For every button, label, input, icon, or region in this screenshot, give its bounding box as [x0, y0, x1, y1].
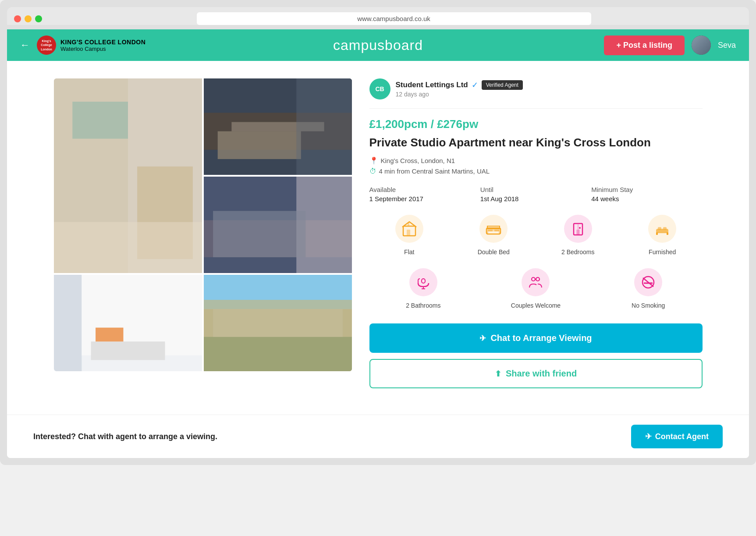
location-text: King's Cross, London, N1 — [381, 157, 455, 164]
feature-flat-label: Flat — [404, 248, 414, 256]
agent-info: Student Lettings Ltd ✓ Verified Agent 12… — [396, 80, 703, 98]
bedrooms-icon-circle — [564, 215, 592, 243]
svg-rect-4 — [54, 222, 202, 273]
school-text: KING'S COLLEGE LONDON Waterloo Campus — [60, 39, 146, 52]
school-info[interactable]: King'sCollegeLondon KING'S COLLEGE LONDO… — [37, 35, 146, 55]
agent-row: CB Student Lettings Ltd ✓ Verified Agent… — [369, 78, 703, 99]
avail-min-stay-value: 44 weeks — [591, 195, 702, 202]
svg-rect-42 — [667, 232, 668, 235]
photo-grid — [54, 78, 352, 388]
features-row1: Flat — [369, 215, 703, 256]
feature-double-bed-label: Double Bed — [478, 248, 510, 256]
bathrooms-icon-circle — [409, 268, 437, 296]
school-campus: Waterloo Campus — [60, 46, 146, 52]
agent-time: 12 days ago — [396, 91, 703, 98]
furnished-icon-circle — [648, 215, 676, 243]
svg-point-46 — [532, 277, 535, 281]
contact-agent-button[interactable]: ✈ Contact Agent — [631, 425, 723, 448]
main-content: CB Student Lettings Ltd ✓ Verified Agent… — [28, 61, 729, 415]
agent-initials: CB — [375, 85, 384, 92]
price: £1,200pcm / £276pw — [369, 117, 703, 131]
feature-furnished: Furnished — [622, 215, 703, 256]
svg-rect-25 — [407, 230, 410, 236]
svg-rect-13 — [213, 211, 305, 257]
back-button[interactable]: ← — [20, 39, 30, 51]
navbar: ← King'sCollegeLondon KING'S COLLEGE LON… — [7, 29, 749, 61]
feature-couples-label: Couples Welcome — [511, 302, 561, 309]
svg-point-47 — [536, 277, 539, 281]
brand-logo: campusboard — [333, 37, 423, 53]
svg-rect-38 — [656, 229, 668, 233]
avatar[interactable] — [692, 35, 711, 55]
feature-furnished-label: Furnished — [649, 248, 676, 256]
send-icon: ✈ — [479, 334, 486, 343]
agent-name: Student Lettings Ltd — [396, 81, 468, 89]
agent-name-row: Student Lettings Ltd ✓ Verified Agent — [396, 80, 703, 90]
avail-until-value: 1st Aug 2018 — [480, 195, 591, 202]
photo-dining[interactable] — [204, 177, 352, 273]
photo-bedroom[interactable] — [54, 78, 202, 273]
browser-dot-yellow — [25, 15, 32, 22]
feature-no-smoking-label: No Smoking — [632, 302, 665, 309]
feature-bathrooms-label: 2 Bathrooms — [406, 302, 440, 309]
flat-icon-circle — [395, 215, 423, 243]
distance-row: ⏱ 4 min from Central Saint Martins, UAL — [369, 167, 703, 175]
listing-details: CB Student Lettings Ltd ✓ Verified Agent… — [369, 78, 703, 388]
svg-rect-15 — [54, 275, 82, 371]
svg-rect-43 — [422, 279, 425, 283]
chat-arrange-viewing-button[interactable]: ✈ Chat to Arrange Viewing — [369, 323, 703, 353]
feature-no-smoking: No Smoking — [594, 268, 703, 309]
username-label: Seva — [718, 41, 736, 50]
clock-icon: ⏱ — [369, 167, 376, 175]
avail-until-label: Until — [480, 186, 591, 193]
feature-bedrooms: 2 Bedrooms — [538, 215, 618, 256]
photo-bathroom[interactable] — [54, 275, 202, 371]
share-icon: ⬆ — [495, 369, 501, 379]
no-smoking-icon-circle — [634, 268, 662, 296]
post-listing-button[interactable]: + Post a listing — [604, 35, 685, 55]
feature-couples: Couples Welcome — [482, 268, 590, 309]
svg-rect-31 — [486, 231, 488, 234]
distance-text: 4 min from Central Saint Martins, UAL — [379, 167, 490, 175]
navbar-right: + Post a listing Seva — [604, 35, 736, 55]
browser-dot-green — [35, 15, 42, 22]
verified-badge: Verified Agent — [482, 80, 523, 90]
svg-rect-18 — [96, 328, 123, 342]
location-row: 📍 King's Cross, London, N1 — [369, 156, 703, 165]
chat-btn-label: Chat to Arrange Viewing — [490, 333, 592, 343]
feature-bathrooms: 2 Bathrooms — [369, 268, 478, 309]
feature-double-bed: Double Bed — [454, 215, 534, 256]
avail-available-value: 1 September 2017 — [369, 195, 480, 202]
contact-send-icon: ✈ — [645, 432, 652, 441]
contact-btn-label: Contact Agent — [655, 432, 709, 441]
svg-line-51 — [643, 278, 653, 287]
svg-rect-7 — [217, 131, 301, 159]
listing-title: Private Studio Apartment near King's Cro… — [369, 135, 703, 150]
avatar-image — [692, 35, 711, 55]
photo-living-room[interactable] — [204, 78, 352, 175]
bottom-bar: Interested? Chat with agent to arrange a… — [7, 415, 749, 458]
avail-until: Until 1st Aug 2018 — [480, 186, 591, 202]
avail-available-label: Available — [369, 186, 480, 193]
couples-icon-circle — [522, 268, 550, 296]
svg-rect-32 — [499, 231, 500, 234]
availability-grid: Available 1 September 2017 Until 1st Aug… — [369, 186, 703, 202]
svg-rect-23 — [213, 309, 343, 337]
avail-min-stay: Minimum Stay 44 weeks — [591, 186, 702, 202]
avail-available: Available 1 September 2017 — [369, 186, 480, 202]
photo-exterior[interactable] — [204, 275, 352, 371]
double-bed-icon-circle — [479, 215, 508, 243]
bottom-bar-text: Interested? Chat with agent to arrange a… — [33, 432, 217, 441]
svg-point-36 — [579, 227, 581, 229]
divider — [369, 108, 703, 109]
share-with-friend-button[interactable]: ⬆ Share with friend — [369, 359, 703, 388]
location-pin-icon: 📍 — [369, 156, 378, 165]
svg-rect-22 — [204, 337, 352, 371]
address-bar[interactable]: www.campusboard.co.uk — [197, 12, 591, 25]
browser-dot-red — [14, 15, 21, 22]
feature-bedrooms-label: 2 Bedrooms — [561, 248, 594, 256]
feature-flat: Flat — [369, 215, 450, 256]
school-name: KING'S COLLEGE LONDON — [60, 39, 146, 46]
svg-rect-29 — [487, 230, 493, 231]
agent-avatar: CB — [369, 78, 390, 99]
